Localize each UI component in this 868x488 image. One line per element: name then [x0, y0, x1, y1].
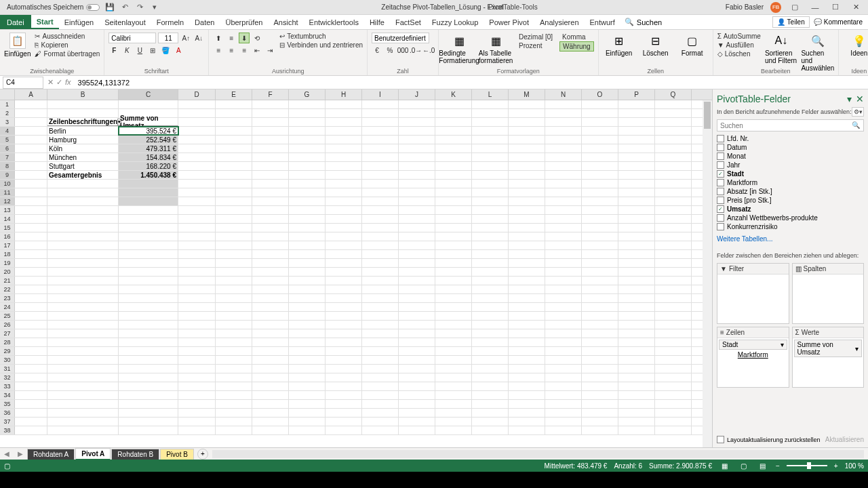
cell[interactable]: [435, 294, 472, 302]
tab-entwicklertools[interactable]: Entwicklertools: [304, 15, 364, 29]
cell[interactable]: [362, 321, 399, 329]
cell[interactable]: [289, 426, 326, 434]
record-macro-icon[interactable]: ▢: [4, 462, 10, 470]
pivot-field[interactable]: Datum: [717, 143, 864, 152]
cell[interactable]: [655, 241, 692, 249]
cell[interactable]: [399, 215, 435, 223]
cell[interactable]: [252, 338, 289, 346]
field-checkbox[interactable]: [717, 161, 724, 169]
cell[interactable]: [618, 285, 655, 293]
cell[interactable]: [47, 224, 119, 232]
cell[interactable]: [618, 347, 655, 355]
cell[interactable]: [289, 188, 326, 197]
row-header[interactable]: 4: [0, 127, 15, 135]
cell[interactable]: [216, 321, 252, 329]
cell[interactable]: [362, 259, 399, 267]
cell[interactable]: [47, 400, 119, 408]
cell[interactable]: [618, 206, 655, 214]
cell[interactable]: [289, 109, 326, 117]
cell[interactable]: [472, 312, 509, 320]
cell[interactable]: [655, 153, 692, 161]
cell[interactable]: [618, 409, 655, 417]
cell[interactable]: [47, 365, 119, 373]
fill-button[interactable]: ▼Ausfüllen: [717, 41, 761, 49]
cell[interactable]: [582, 268, 618, 276]
cell[interactable]: [326, 391, 362, 399]
tab-daten[interactable]: Daten: [189, 15, 220, 29]
column-header[interactable]: J: [399, 89, 435, 100]
cell[interactable]: [582, 294, 618, 302]
cell[interactable]: [435, 268, 472, 276]
decrease-decimal-icon[interactable]: ←.0: [423, 45, 434, 56]
cell[interactable]: [472, 118, 509, 126]
cell[interactable]: [252, 321, 289, 329]
cell[interactable]: [47, 391, 119, 399]
cell[interactable]: [15, 241, 47, 249]
cell[interactable]: [362, 294, 399, 302]
cell[interactable]: [655, 109, 692, 117]
cell[interactable]: [289, 215, 326, 223]
cell[interactable]: [326, 180, 362, 188]
cell[interactable]: [362, 197, 399, 205]
cell[interactable]: [15, 224, 47, 232]
cell[interactable]: [178, 418, 216, 426]
column-header[interactable]: F: [252, 89, 289, 100]
cell[interactable]: [435, 180, 472, 188]
cell[interactable]: [582, 373, 618, 382]
cell[interactable]: 479.311 €: [119, 144, 178, 152]
column-header[interactable]: L: [472, 89, 509, 100]
cell[interactable]: [582, 338, 618, 346]
cell[interactable]: [15, 373, 47, 382]
cell[interactable]: [252, 171, 289, 179]
cell[interactable]: [582, 259, 618, 267]
cell[interactable]: [618, 312, 655, 320]
ribbon-mode-icon[interactable]: ▢: [788, 3, 802, 12]
cell[interactable]: [178, 241, 216, 249]
cell[interactable]: [216, 144, 252, 152]
cell[interactable]: [582, 329, 618, 338]
cell[interactable]: [252, 426, 289, 434]
cell[interactable]: [545, 356, 582, 364]
cell[interactable]: [582, 400, 618, 408]
cell[interactable]: [47, 206, 119, 214]
row-header[interactable]: 6: [0, 144, 15, 152]
column-header[interactable]: G: [289, 89, 326, 100]
tab-hilfe[interactable]: Hilfe: [364, 15, 390, 29]
cell[interactable]: [326, 409, 362, 417]
cell[interactable]: [472, 382, 509, 390]
cell[interactable]: [509, 127, 545, 135]
cell[interactable]: [399, 136, 435, 144]
cell[interactable]: [399, 109, 435, 117]
cell[interactable]: [178, 100, 216, 108]
row-header[interactable]: 12: [0, 197, 15, 205]
cell[interactable]: [362, 215, 399, 223]
cell[interactable]: [119, 232, 178, 241]
cell[interactable]: [326, 153, 362, 161]
toggle-off-icon[interactable]: [86, 4, 100, 11]
cell[interactable]: [216, 153, 252, 161]
cell[interactable]: [216, 356, 252, 364]
pane-close-icon[interactable]: ✕: [856, 94, 864, 104]
spreadsheet-grid[interactable]: ABCDEFGHIJKLMNOPQ 123Zeilenbeschriftunge…: [0, 89, 712, 447]
field-checkbox[interactable]: [717, 152, 724, 160]
cell[interactable]: [178, 321, 216, 329]
cell[interactable]: [119, 268, 178, 276]
cell[interactable]: [509, 268, 545, 276]
cell[interactable]: [509, 391, 545, 399]
autosave-toggle[interactable]: Automatisches Speichern: [7, 3, 100, 11]
cell[interactable]: [655, 277, 692, 285]
cell[interactable]: [119, 365, 178, 373]
cell[interactable]: [252, 356, 289, 364]
cell[interactable]: [545, 391, 582, 399]
zoom-in-icon[interactable]: +: [834, 462, 838, 470]
cell[interactable]: [472, 347, 509, 355]
cell[interactable]: [545, 180, 582, 188]
cell[interactable]: [655, 197, 692, 205]
cell[interactable]: [509, 409, 545, 417]
cell[interactable]: [47, 373, 119, 382]
format-painter-button[interactable]: 🖌Format übertragen: [35, 50, 100, 58]
cell[interactable]: [326, 127, 362, 135]
cell[interactable]: [582, 409, 618, 417]
tab-ansicht[interactable]: Ansicht: [268, 15, 303, 29]
cell[interactable]: [582, 382, 618, 390]
